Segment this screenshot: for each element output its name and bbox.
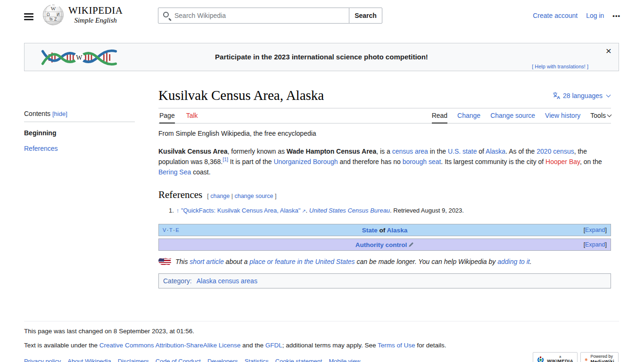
toc-item-references[interactable]: References (24, 144, 142, 153)
tab-view-history[interactable]: View history (545, 109, 580, 123)
wikipedia-globe-icon: W Ω И ʦ Z (42, 4, 64, 26)
ref-backlink[interactable]: ↑ (176, 207, 181, 214)
chevron-down-icon (606, 92, 611, 97)
footer-link-disclaimers[interactable]: Disclaimers (118, 358, 149, 362)
search-button[interactable]: Search (349, 8, 382, 24)
footer-link-statistics[interactable]: Statistics (245, 358, 269, 362)
svg-text:Ω: Ω (47, 12, 50, 17)
navbox-authority-control: Authority control [Expand] (158, 239, 611, 251)
tab-change[interactable]: Change (457, 109, 480, 123)
us-flag-map-icon (158, 258, 171, 265)
stub-text: This short article about a place or feat… (175, 258, 532, 265)
languages-button[interactable]: A 28 languages (553, 91, 610, 99)
edit-pencil-icon[interactable] (408, 242, 414, 247)
edit-template-link[interactable]: E (175, 227, 179, 233)
tab-talk[interactable]: Talk (186, 109, 198, 123)
tools-label: Tools (590, 112, 606, 119)
link-bering-sea[interactable]: Bering Sea (158, 168, 191, 176)
wikimedia-logo-icon (537, 356, 544, 362)
banner-help-link[interactable]: [ Help with translations! ] (532, 64, 588, 69)
category-box: Category: Alaska census areas (158, 273, 611, 288)
section-edit-links: [ change | change source ] (207, 193, 276, 199)
link-cc-license[interactable]: Creative Commons Attribution-ShareAlike … (99, 342, 240, 349)
mediawiki-sunflower-icon (585, 355, 588, 362)
expand-link[interactable]: Expand (585, 241, 605, 248)
banner-close-icon[interactable]: × (603, 44, 614, 58)
references-heading-row: References [ change | change source ] (158, 189, 611, 201)
search-input[interactable] (158, 8, 349, 24)
link-census-area[interactable]: census area (392, 148, 428, 155)
tab-read[interactable]: Read (432, 109, 447, 123)
link-2020-census[interactable]: 2020 census (537, 148, 574, 155)
link-alaska-navbox[interactable]: Alaska (387, 227, 408, 234)
toc-item-beginning[interactable]: Beginning (24, 128, 142, 138)
wikipedia-logo[interactable]: W Ω И ʦ Z WIKIPEDIA Simple English (42, 4, 123, 26)
category-label[interactable]: Category: (163, 277, 192, 285)
navbox-title: Authority control (159, 241, 611, 248)
tools-menu[interactable]: Tools (590, 109, 611, 123)
more-options-icon[interactable]: ••• (612, 12, 620, 19)
link-terms-of-use[interactable]: Terms of Use (378, 342, 415, 349)
link-unorganized-borough[interactable]: Unorganized Borough (273, 158, 338, 165)
vte-links: V·T·E (163, 227, 179, 233)
title-row: Kusilvak Census Area, Alaska A 28 langua… (158, 87, 611, 108)
last-changed-text: This page was last changed on 8 Septembe… (24, 328, 619, 335)
search-bar: Search (158, 8, 382, 24)
redlink-hooper-bay[interactable]: Hooper Bay (545, 158, 580, 165)
license-text: Text is available under the Creative Com… (24, 342, 619, 349)
expand-button[interactable]: [Expand] (584, 241, 607, 248)
reference-list: 1.↑ "QuickFacts: Kusilvak Census Area, A… (158, 206, 611, 216)
powered-by-mediawiki-badge[interactable]: Powered by MediaWiki (580, 352, 619, 362)
footer-link-about-wikipedia[interactable]: About Wikipedia (67, 358, 111, 362)
user-links: Create account Log in ••• (533, 12, 620, 19)
svg-text:И: И (57, 12, 59, 17)
log-in-link[interactable]: Log in (586, 12, 604, 19)
footer-links: Privacy policy About Wikipedia Disclaime… (24, 358, 619, 362)
references-heading: References (158, 189, 202, 201)
link-census-bureau[interactable]: United States Census Bureau (309, 207, 390, 214)
article-content: Kusilvak Census Area, Alaska A 28 langua… (158, 87, 611, 288)
view-template-link[interactable]: V (163, 227, 166, 233)
toc-title: Contents (24, 110, 50, 117)
link-gfdl[interactable]: GFDL (265, 342, 282, 349)
link-short-article[interactable]: short article (190, 258, 223, 265)
svg-text:Z: Z (54, 17, 57, 22)
reference-number: 1. (169, 207, 174, 214)
link-place-or-feature[interactable]: place or feature in the United States (249, 258, 355, 265)
link-us-state[interactable]: U.S. state (448, 148, 477, 155)
wikipedia-wordmark: WIKIPEDIA (68, 5, 123, 16)
tab-change-source[interactable]: Change source (490, 109, 535, 123)
link-state[interactable]: State (362, 227, 378, 234)
create-account-link[interactable]: Create account (533, 12, 578, 19)
article-tabs: Page Talk Read Change Change source View… (158, 108, 611, 123)
footer-link-developers[interactable]: Developers (207, 358, 238, 362)
toc-hide-link[interactable]: [hide] (52, 110, 67, 117)
reference-item: 1.↑ "QuickFacts: Kusilvak Census Area, A… (169, 206, 611, 216)
site-subtitle: From Simple English Wikipedia, the free … (158, 130, 611, 137)
link-authority-control[interactable]: Authority control (355, 241, 407, 248)
svg-text:ʦ: ʦ (50, 17, 53, 21)
toc-divider (24, 122, 135, 122)
footer-link-privacy-policy[interactable]: Privacy policy (24, 358, 61, 362)
link-borough-seat[interactable]: borough seat (403, 158, 441, 165)
sitenotice-banner: W Participate in the 2023 international … (24, 43, 619, 71)
tab-page[interactable]: Page (159, 109, 175, 123)
link-alaska[interactable]: Alaska (486, 148, 505, 155)
ref-1-superscript[interactable]: [1] (223, 157, 228, 163)
footer-link-code-of-conduct[interactable]: Code of Conduct (156, 358, 201, 362)
link-adding-to-it[interactable]: adding to it (497, 258, 530, 265)
link-quickfacts[interactable]: "QuickFacts: Kusilvak Census Area, Alask… (181, 207, 300, 214)
external-link-icon[interactable]: ↗ (300, 208, 305, 214)
footer-link-cookie-statement[interactable]: Cookie statement (275, 358, 322, 362)
main-menu-icon[interactable] (22, 11, 35, 21)
link-change[interactable]: change (210, 193, 230, 199)
link-change-source[interactable]: change source (234, 193, 273, 199)
expand-button[interactable]: [Expand] (584, 227, 607, 233)
category-link[interactable]: Alaska census areas (197, 277, 257, 285)
wikimedia-project-badge[interactable]: a WIKIMEDIA (533, 352, 578, 362)
language-icon: A (553, 91, 561, 99)
page-footer: This page was last changed on 8 Septembe… (24, 321, 619, 362)
footer-link-mobile-view[interactable]: Mobile view (329, 358, 360, 362)
page-title: Kusilvak Census Area, Alaska (158, 87, 611, 104)
expand-link[interactable]: Expand (585, 227, 605, 233)
